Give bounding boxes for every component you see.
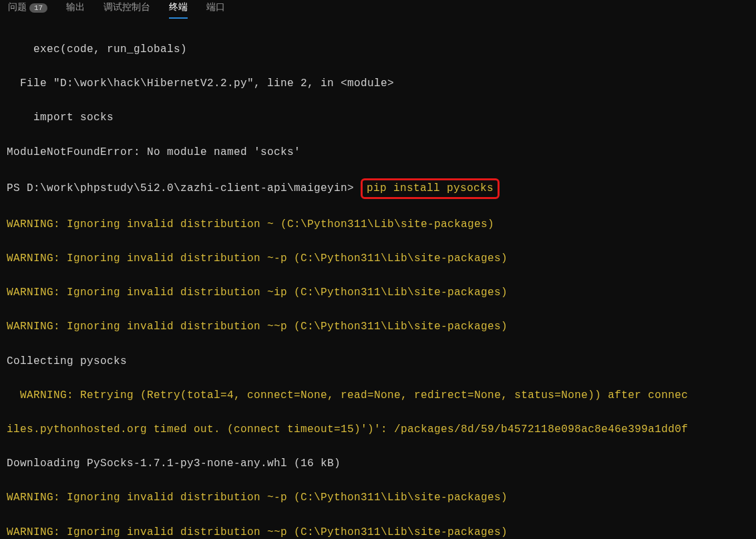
- terminal-line: WARNING: Ignoring invalid distribution ~…: [7, 216, 749, 234]
- terminal-output[interactable]: exec(code, run_globals) File "D:\work\ha…: [0, 20, 756, 539]
- tab-debug-console[interactable]: 调试控制台: [104, 0, 150, 17]
- highlight-annotation: pip install pysocks: [361, 178, 500, 200]
- problems-badge: 17: [29, 3, 47, 13]
- terminal-line: WARNING: Ignoring invalid distribution ~…: [7, 524, 749, 539]
- terminal-line: Downloading PySocks-1.7.1-py3-none-any.w…: [7, 456, 749, 473]
- tab-terminal[interactable]: 终端: [169, 0, 188, 17]
- terminal-line: Collecting pysocks: [7, 353, 749, 371]
- terminal-line: WARNING: Ignoring invalid distribution ~…: [7, 250, 749, 268]
- terminal-line: import socks: [7, 110, 749, 127]
- terminal-line: iles.pythonhosted.org timed out. (connec…: [7, 421, 749, 439]
- terminal-line: ModuleNotFoundError: No module named 'so…: [7, 144, 749, 162]
- terminal-line: WARNING: Ignoring invalid distribution ~…: [7, 490, 749, 507]
- tab-problems[interactable]: 问题17: [8, 0, 47, 17]
- terminal-line: exec(code, run_globals): [7, 41, 749, 59]
- terminal-line: WARNING: Retrying (Retry(total=4, connec…: [7, 387, 749, 405]
- panel-tabs: 问题17 输出 调试控制台 终端 端口: [0, 0, 756, 20]
- terminal-line: PS D:\work\phpstudy\5i2.0\zazhi-client-a…: [7, 178, 749, 200]
- terminal-line: WARNING: Ignoring invalid distribution ~…: [7, 319, 749, 336]
- terminal-line: WARNING: Ignoring invalid distribution ~…: [7, 285, 749, 302]
- tab-output[interactable]: 输出: [66, 0, 85, 17]
- tab-ports[interactable]: 端口: [206, 0, 225, 17]
- terminal-line: File "D:\work\hack\HibernetV2.2.py", lin…: [7, 75, 749, 93]
